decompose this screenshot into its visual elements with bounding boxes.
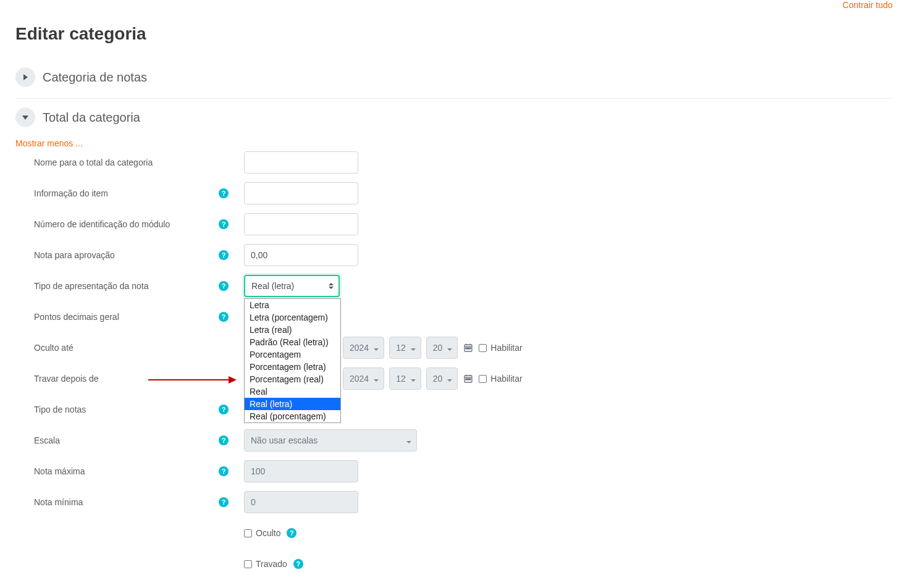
- select-value: 12: [396, 374, 406, 384]
- dropdown-option[interactable]: Letra (porcentagem): [245, 311, 340, 324]
- dropdown-option[interactable]: Porcentagem (real): [245, 373, 340, 385]
- select-value: Não usar escalas: [251, 435, 317, 445]
- travado-label: Travado: [256, 559, 287, 569]
- help-icon[interactable]: ?: [287, 528, 296, 538]
- help-icon[interactable]: ?: [219, 281, 229, 291]
- info-item-input[interactable]: [244, 182, 358, 204]
- dropdown-option[interactable]: Letra (real): [245, 324, 340, 336]
- select-caret-icon: [447, 345, 452, 351]
- calendar-icon[interactable]: [463, 342, 474, 353]
- escala-select[interactable]: Não usar escalas: [244, 429, 417, 452]
- select-value: 2024: [350, 374, 369, 384]
- label-pontos-decimais: Pontos decimais geral: [34, 312, 119, 322]
- help-icon[interactable]: ?: [293, 559, 303, 569]
- travar-enable-label: Habilitar: [490, 374, 522, 384]
- chevron-down-icon: [22, 116, 28, 120]
- svg-rect-7: [468, 348, 469, 349]
- svg-rect-8: [469, 348, 471, 349]
- label-escala: Escala: [34, 435, 60, 445]
- dropdown-option[interactable]: Porcentagem (letra): [245, 361, 340, 373]
- label-tipo-apresentacao: Tipo de apresentação da nota: [34, 281, 149, 291]
- label-nota-maxima: Nota máxima: [34, 466, 85, 476]
- travar-year-select[interactable]: 2024: [343, 368, 384, 390]
- dropdown-option[interactable]: Real (porcentagem): [245, 410, 340, 422]
- help-icon[interactable]: ?: [219, 497, 229, 507]
- help-icon[interactable]: ?: [219, 188, 229, 198]
- dropdown-option[interactable]: Real: [245, 385, 340, 398]
- label-numero-id: Número de identificação do módulo: [34, 219, 170, 229]
- help-icon[interactable]: ?: [219, 466, 229, 476]
- svg-rect-6: [466, 348, 467, 349]
- section-title-categoria-notas: Categoria de notas: [43, 70, 147, 85]
- chevron-right-icon: [23, 74, 28, 80]
- select-caret-icon: [406, 437, 411, 443]
- tipo-apresentacao-select[interactable]: Real (letra): [244, 275, 340, 297]
- nome-total-input[interactable]: [244, 151, 358, 174]
- travar-enable-checkbox[interactable]: [479, 375, 487, 383]
- help-icon[interactable]: ?: [219, 219, 229, 229]
- select-value: 2024: [350, 343, 369, 353]
- calendar-icon[interactable]: [463, 373, 474, 384]
- select-caret-icon: [374, 345, 379, 351]
- dropdown-option[interactable]: Real (letra): [245, 398, 340, 410]
- toggle-section-categoria-notas[interactable]: [15, 67, 35, 87]
- numero-id-input[interactable]: [244, 213, 358, 235]
- travar-hour-select[interactable]: 12: [389, 368, 421, 390]
- select-caret-icon: [447, 376, 452, 382]
- oculto-hour-select[interactable]: 12: [389, 337, 421, 359]
- select-caret-icon: [411, 376, 416, 382]
- oculto-minute-select[interactable]: 20: [426, 337, 458, 359]
- help-icon[interactable]: ?: [219, 312, 229, 322]
- page-title: Editar categoria: [15, 24, 893, 44]
- dropdown-option[interactable]: Letra: [245, 299, 340, 311]
- dropdown-option[interactable]: Porcentagem: [245, 348, 340, 361]
- tipo-apresentacao-dropdown[interactable]: LetraLetra (porcentagem)Letra (real)Padr…: [244, 298, 341, 423]
- select-value: 12: [396, 343, 406, 353]
- oculto-checkbox[interactable]: [244, 529, 252, 537]
- oculto-enable-checkbox[interactable]: [479, 344, 487, 352]
- label-travar-depois: Travar depois de: [34, 374, 99, 384]
- help-icon[interactable]: ?: [219, 435, 229, 445]
- section-title-total-categoria: Total da categoria: [43, 111, 140, 125]
- nota-minima-input[interactable]: [244, 491, 358, 513]
- label-nome-total: Nome para o total da categoria: [34, 158, 153, 167]
- travar-minute-select[interactable]: 20: [426, 368, 458, 390]
- svg-rect-13: [466, 379, 467, 380]
- nota-aprovacao-input[interactable]: [244, 244, 358, 266]
- help-icon[interactable]: ?: [219, 250, 229, 260]
- select-value: 20: [433, 374, 443, 384]
- oculto-label: Oculto: [256, 528, 280, 538]
- travado-checkbox[interactable]: [244, 560, 252, 568]
- oculto-enable-label: Habilitar: [490, 343, 522, 353]
- toggle-section-total-categoria[interactable]: [15, 107, 35, 127]
- annotation-arrow-icon: [145, 371, 238, 389]
- label-oculto-ate: Oculto até: [34, 343, 74, 353]
- svg-rect-15: [469, 379, 471, 380]
- svg-rect-14: [468, 379, 469, 380]
- dropdown-option[interactable]: Padrão (Real (letra)): [245, 336, 340, 348]
- label-tipo-notas: Tipo de notas: [34, 405, 86, 414]
- select-caret-icon: [411, 345, 416, 351]
- nota-maxima-input[interactable]: [244, 460, 358, 482]
- label-info-item: Informação do item: [34, 188, 108, 198]
- show-less-link[interactable]: Mostrar menos ...: [15, 138, 83, 148]
- collapse-all-link[interactable]: Contrair tudo: [843, 0, 893, 10]
- oculto-year-select[interactable]: 2024: [343, 337, 384, 359]
- select-value: Real (letra): [251, 281, 294, 291]
- label-nota-minima: Nota mínima: [34, 497, 83, 507]
- select-value: 20: [433, 343, 443, 353]
- select-caret-icon: [374, 376, 379, 382]
- label-nota-aprovacao: Nota para aprovação: [34, 250, 115, 260]
- svg-marker-1: [229, 376, 237, 384]
- help-icon[interactable]: ?: [219, 405, 229, 414]
- select-caret-icon: [329, 283, 334, 289]
